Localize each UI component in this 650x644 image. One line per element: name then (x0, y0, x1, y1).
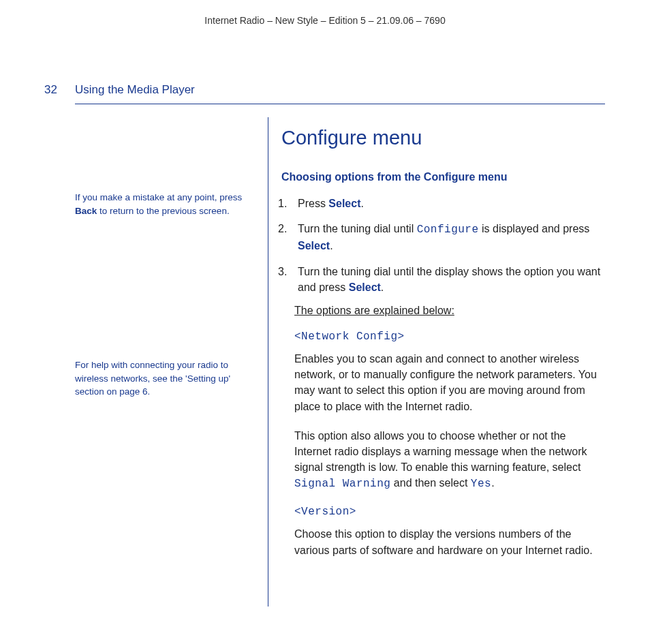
option-description: Choose this option to display the versio… (294, 526, 605, 557)
steps-list: Press Select. Turn the tuning dial until… (281, 196, 605, 295)
section-title: Using the Media Player (75, 83, 195, 97)
text: This option also allows you to choose wh… (294, 430, 587, 473)
document-header: Internet Radio – New Style – Edition 5 –… (0, 15, 650, 26)
options-body: The options are explained below: <Networ… (281, 305, 605, 558)
text: . (491, 477, 494, 489)
lcd-text: Yes (471, 478, 491, 490)
sidebar-note-back: If you make a mistake at any point, pres… (75, 191, 252, 217)
option-version: <Version> (294, 506, 605, 518)
text: Turn the tuning dial until (298, 223, 417, 234)
option-description: Enables you to scan again and connect to… (294, 351, 605, 414)
select-label: Select (328, 198, 360, 209)
horizontal-rule (75, 104, 605, 104)
select-label: Select (349, 281, 381, 293)
text: and then select (390, 477, 470, 489)
text: Press (298, 198, 328, 209)
page-title: Configure menu (281, 127, 605, 149)
lcd-text: Configure (417, 224, 479, 236)
lcd-text: Signal Warning (294, 478, 390, 490)
note-text: to return to the previous screen. (97, 206, 229, 216)
note-text: For help with connecting your radio to w… (75, 360, 230, 397)
page-number: 32 (44, 83, 57, 97)
vertical-rule (268, 117, 268, 607)
subheading: Choosing options from the Configure menu (281, 171, 605, 183)
options-intro: The options are explained below: (294, 305, 605, 317)
text: is displayed and press (479, 223, 590, 234)
note-text: If you make a mistake at any point, pres… (75, 192, 242, 202)
select-label: Select (298, 240, 330, 251)
option-network-config: <Network Config> (294, 331, 605, 343)
step-2: Turn the tuning dial until Configure is … (281, 221, 605, 254)
main-content: Configure menu Choosing options from the… (281, 117, 605, 572)
text: . (360, 198, 363, 209)
option-description: This option also allows you to choose wh… (294, 428, 605, 493)
text: Turn the tuning dial until the display s… (298, 266, 600, 293)
sidebar-note-help: For help with connecting your radio to w… (75, 358, 252, 399)
text: . (381, 281, 384, 293)
step-1: Press Select. (281, 196, 605, 211)
back-label: Back (75, 206, 97, 216)
text: . (330, 240, 332, 251)
step-3: Turn the tuning dial until the display s… (281, 264, 605, 295)
